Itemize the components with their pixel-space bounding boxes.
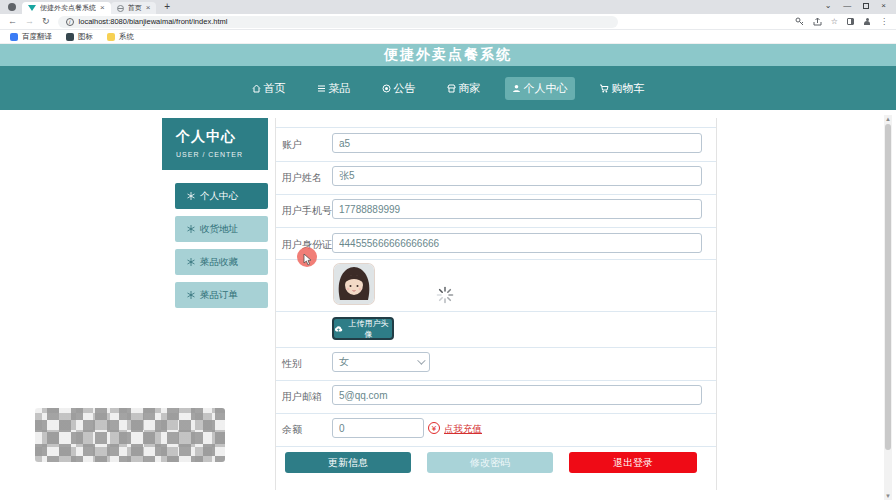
tab-title: 首页 (128, 3, 142, 13)
tab-homepage[interactable]: 首页 × (111, 2, 157, 14)
announcement-icon (382, 84, 391, 93)
cloud-upload-icon (334, 325, 343, 332)
idcard-input[interactable] (332, 233, 702, 253)
nav-home[interactable]: 首页 (245, 77, 293, 100)
sidebar-item-orders[interactable]: 菜品订单 (175, 282, 268, 308)
asterisk-icon (187, 192, 195, 200)
nav-notice[interactable]: 公告 (375, 77, 423, 100)
bookmark-icons[interactable]: 图标 (66, 32, 93, 42)
yuan-coin-icon: ¥ (428, 422, 440, 434)
minimize-button[interactable]: — (843, 1, 851, 10)
password-key-icon[interactable] (795, 17, 804, 26)
account-label: 账户 (282, 138, 302, 152)
sidebar-item-label: 个人中心 (200, 190, 238, 203)
account-input[interactable] (332, 133, 702, 153)
row-divider (276, 161, 716, 162)
nav-label: 购物车 (612, 81, 645, 96)
row-divider (276, 347, 716, 348)
scrollbar-thumb[interactable] (885, 124, 891, 450)
email-label: 用户邮箱 (282, 390, 322, 404)
loading-spinner-icon (436, 286, 454, 304)
scroll-down-icon[interactable]: ▼ (884, 492, 892, 500)
sidebar-item-personal-center[interactable]: 个人中心 (175, 183, 268, 209)
tab-close-icon[interactable]: × (100, 4, 105, 12)
refresh-icon[interactable]: ↻ (42, 17, 50, 26)
forward-icon[interactable]: → (25, 17, 34, 26)
sidebar-item-address[interactable]: 收货地址 (175, 216, 268, 242)
sidebar-item-label: 菜品订单 (200, 289, 238, 302)
update-info-button[interactable]: 更新信息 (285, 452, 411, 473)
side-panel-icon[interactable] (847, 18, 854, 25)
site-title: 便捷外卖点餐系统 (384, 46, 512, 64)
bookmark-label: 系统 (119, 32, 134, 42)
change-password-button[interactable]: 修改密码 (427, 452, 553, 473)
close-window-button[interactable]: × (881, 1, 886, 10)
person-icon (512, 84, 521, 93)
row-divider (276, 227, 716, 228)
nav-label: 商家 (459, 81, 481, 96)
nav-personal-center[interactable]: 个人中心 (505, 77, 575, 100)
maximize-button[interactable] (863, 3, 869, 9)
menu-list-icon (317, 84, 326, 93)
url-input[interactable]: i localhost:8080/bianjiewaimai/front/ind… (58, 16, 618, 28)
bookmark-star-icon[interactable]: ☆ (831, 17, 838, 26)
site-info-icon[interactable]: i (66, 18, 74, 26)
balance-label: 余额 (282, 423, 302, 437)
username-label: 用户姓名 (282, 171, 322, 185)
bookmarks-bar: 百度翻译 图标 系统 (0, 30, 896, 44)
bookmark-baidu-translate[interactable]: 百度翻译 (10, 32, 52, 42)
sidebar-item-label: 收货地址 (200, 223, 238, 236)
address-bar: ← → ↻ i localhost:8080/bianjiewaimai/fro… (0, 14, 896, 30)
bookmark-favicon (66, 33, 74, 41)
tab-close-icon[interactable]: × (146, 4, 151, 12)
nav-cart[interactable]: 购物车 (592, 77, 652, 100)
row-divider (276, 311, 716, 312)
mouse-cursor-icon (303, 252, 313, 270)
gender-select[interactable]: 女 (332, 352, 430, 372)
sidebar-item-label: 菜品收藏 (200, 256, 238, 269)
row-divider (276, 194, 716, 195)
bookmark-favicon (10, 33, 18, 41)
sidebar-header: 个人中心 USER / CENTER (162, 118, 268, 170)
browser-menu-icon[interactable]: ⋮ (880, 17, 888, 26)
browser-window: 便捷外卖点餐系统 × 首页 × + ⌄ — × ← → ↻ i localhos… (0, 0, 896, 500)
nav-label: 首页 (264, 81, 286, 96)
email-input[interactable] (332, 385, 702, 405)
tab-search-chevron-icon[interactable]: ⌄ (825, 1, 832, 10)
upload-avatar-button[interactable]: 上传用户头像 (332, 317, 394, 340)
new-tab-button[interactable]: + (164, 1, 170, 12)
bookmark-system[interactable]: 系统 (107, 32, 134, 42)
row-divider (276, 413, 716, 414)
browser-profile-icon[interactable] (8, 3, 16, 11)
tab-waimai-system[interactable]: 便捷外卖点餐系统 × (22, 2, 111, 14)
nav-dishes[interactable]: 菜品 (310, 77, 358, 100)
asterisk-icon (187, 225, 195, 233)
scroll-up-icon[interactable]: ▲ (884, 115, 892, 123)
nav-label: 公告 (394, 81, 416, 96)
cart-icon (599, 84, 609, 93)
site-title-banner: 便捷外卖点餐系统 (0, 44, 896, 66)
balance-input[interactable] (332, 418, 424, 438)
nav-merchant[interactable]: 商家 (440, 77, 488, 100)
browser-avatar-icon[interactable] (863, 18, 871, 26)
gender-value: 女 (339, 355, 349, 369)
back-icon[interactable]: ← (8, 17, 17, 26)
tab-favicon (28, 5, 36, 11)
tab-title: 便捷外卖点餐系统 (40, 3, 96, 13)
row-divider (276, 380, 716, 381)
bookmark-label: 百度翻译 (22, 32, 52, 42)
username-input[interactable] (332, 166, 702, 186)
panel-right-border (716, 118, 717, 490)
recharge-link[interactable]: 点我充值 (444, 423, 482, 436)
bookmark-folder-icon (107, 33, 115, 41)
phone-label: 用户手机号 (282, 204, 332, 218)
bookmark-label: 图标 (78, 32, 93, 42)
nav-label: 菜品 (329, 81, 351, 96)
toolbar-icons: ☆ ⋮ (795, 17, 888, 26)
nav-label: 个人中心 (524, 81, 568, 96)
logout-button[interactable]: 退出登录 (569, 452, 697, 473)
share-icon[interactable] (813, 17, 822, 26)
phone-input[interactable] (332, 199, 702, 219)
sidebar-item-favorites[interactable]: 菜品收藏 (175, 249, 268, 275)
tab-strip: 便捷外卖点餐系统 × 首页 × + ⌄ — × (0, 0, 896, 14)
